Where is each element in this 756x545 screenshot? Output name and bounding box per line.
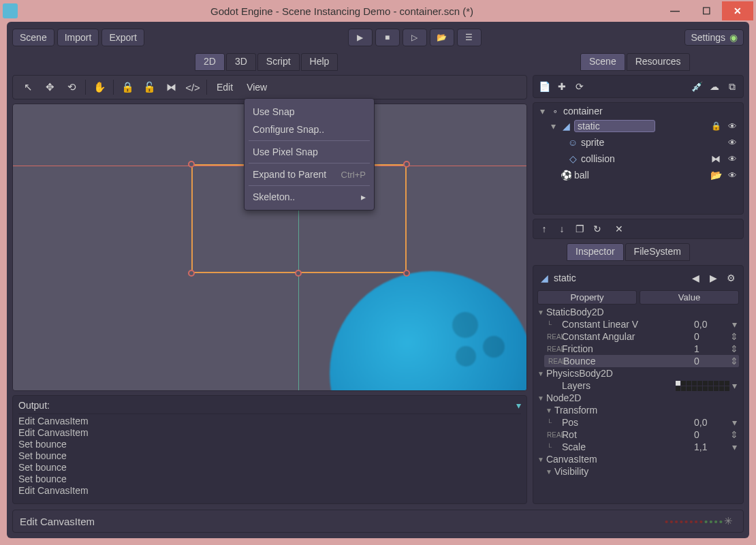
list-button[interactable]: ☰: [457, 29, 482, 46]
visibility-icon[interactable]: [725, 119, 739, 133]
group-icon[interactable]: ☁: [708, 80, 721, 93]
handle-icon[interactable]: [188, 161, 195, 168]
link-tool[interactable]: ⧓: [161, 78, 180, 96]
edit-use-snap[interactable]: Use Snap: [249, 103, 370, 121]
tree-node-container[interactable]: ▾◦container: [536, 104, 740, 118]
menu-scene[interactable]: Scene: [12, 29, 54, 46]
tab-filesystem[interactable]: FileSystem: [625, 243, 690, 261]
tree-node-static[interactable]: ▾◢static: [536, 118, 740, 134]
value-column-header: Value: [640, 290, 739, 305]
instance-icon[interactable]: ⟳: [573, 80, 586, 93]
prop-constant-angular[interactable]: REALConstant Angular0⇕: [537, 330, 739, 343]
titlebar: Godot Engine - Scene Instancing Demo - c…: [0, 0, 756, 22]
tab-scene[interactable]: Scene: [580, 53, 625, 71]
menu-import[interactable]: Import: [57, 29, 99, 46]
tab-script[interactable]: Script: [257, 53, 300, 71]
pan-tool[interactable]: ✋: [90, 78, 109, 96]
group-transform[interactable]: ▼Transform: [537, 404, 739, 416]
edit-use-pixel-snap[interactable]: Use Pixel Snap: [249, 143, 370, 161]
group-visibility[interactable]: ▼Visibility: [537, 465, 739, 478]
handle-icon[interactable]: [295, 270, 302, 277]
prop-scale[interactable]: └Scale1,1▾: [537, 441, 739, 453]
new-scene-icon[interactable]: 📄: [537, 80, 551, 93]
connect-icon[interactable]: 💉: [690, 80, 704, 93]
handle-icon[interactable]: [188, 270, 195, 277]
open-scene-button[interactable]: 📂: [430, 29, 454, 46]
duplicate-icon[interactable]: ❐: [573, 222, 586, 236]
edit-dropdown: Use Snap Configure Snap.. Use Pixel Snap…: [244, 98, 375, 211]
app-frame: Scene Import Export ▶ ■ ▷ 📂 ☰ Settings ◉…: [7, 22, 749, 538]
history-back-icon[interactable]: ◀: [689, 271, 702, 285]
history-forward-icon[interactable]: ▶: [706, 271, 720, 285]
inspector-object-name: static: [554, 272, 576, 283]
tab-inspector[interactable]: Inspector: [567, 243, 624, 261]
tree-node-ball[interactable]: ⚽ball📂: [536, 167, 740, 183]
output-collapse-icon[interactable]: ▾: [516, 400, 521, 411]
minimize-button[interactable]: —: [659, 1, 691, 20]
toolbar-edit-menu[interactable]: Edit: [211, 80, 238, 95]
prop-constant-linear-v[interactable]: └Constant Linear V0,0▾: [537, 318, 739, 330]
delete-node-icon[interactable]: ✕: [612, 222, 626, 236]
ball-sprite[interactable]: [330, 271, 527, 391]
play-button[interactable]: ▶: [348, 29, 373, 46]
lock-icon[interactable]: [709, 119, 723, 133]
move-up-icon[interactable]: ↑: [537, 222, 551, 236]
tab-help[interactable]: Help: [301, 53, 338, 71]
tab-3d[interactable]: 3D: [226, 53, 256, 71]
play-scene-button[interactable]: ▷: [403, 29, 427, 46]
layers-grid[interactable]: [676, 381, 729, 391]
code-tool[interactable]: </>: [183, 78, 202, 96]
group-staticbody2d[interactable]: ▼StaticBody2D: [537, 306, 739, 318]
unlock-tool[interactable]: 🔓: [140, 78, 159, 96]
maximize-button[interactable]: ☐: [691, 1, 722, 20]
menu-export[interactable]: Export: [101, 29, 144, 46]
group-node2d[interactable]: ▼Node2D: [537, 392, 739, 404]
output-title: Output:: [18, 400, 50, 411]
edit-skeleton[interactable]: Skeleton..▸: [249, 188, 370, 206]
prop-friction[interactable]: REALFriction1⇕: [537, 343, 739, 355]
app-logo-icon: [3, 3, 18, 18]
group-canvasitem[interactable]: ▼CanvasItem: [537, 453, 739, 465]
reparent-icon[interactable]: ↻: [590, 222, 604, 236]
stop-button[interactable]: ■: [375, 29, 400, 46]
status-text: Edit CanvasItem: [20, 516, 95, 527]
output-panel: Output: ▾ Edit CanvasItem Edit CanvasIte…: [12, 395, 527, 504]
prop-rot[interactable]: REALRot0⇕: [537, 429, 739, 441]
output-line: Set bounce: [18, 450, 521, 462]
open-scene-icon[interactable]: 📂: [709, 168, 723, 182]
group-physicsbody2d[interactable]: ▼PhysicsBody2D: [537, 367, 739, 379]
prop-pos[interactable]: └Pos0,0▾: [537, 416, 739, 429]
tree-node-collision[interactable]: ◇collision⧓: [536, 151, 740, 167]
handle-icon[interactable]: [403, 161, 410, 168]
output-line: Edit CanvasItem: [18, 416, 521, 427]
edit-expand-to-parent[interactable]: Expand to ParentCtrl+P: [249, 166, 370, 183]
lock-tool[interactable]: 🔒: [118, 78, 137, 96]
staticbody-icon: ◢: [539, 272, 550, 283]
script-icon[interactable]: ⧉: [725, 80, 739, 93]
inspector-settings-icon[interactable]: ⚙: [724, 271, 738, 285]
inspector-panel: ◢ static ◀ ▶ ⚙ Property Value ▼StaticBod…: [533, 265, 744, 504]
visibility-icon[interactable]: [725, 136, 739, 149]
tab-resources[interactable]: Resources: [627, 53, 690, 71]
toolbar-view-menu[interactable]: View: [241, 80, 272, 95]
link-icon[interactable]: ⧓: [709, 152, 723, 166]
edit-configure-snap[interactable]: Configure Snap..: [249, 121, 370, 138]
move-tool[interactable]: ✥: [40, 78, 59, 96]
add-node-icon[interactable]: ✚: [555, 80, 569, 93]
move-down-icon[interactable]: ↓: [555, 222, 569, 236]
rotate-tool[interactable]: ⟲: [62, 78, 81, 96]
tree-node-sprite[interactable]: ☺sprite: [536, 134, 740, 151]
canvas-toolbar: ↖ ✥ ⟲ ✋ 🔒 🔓 ⧓ </> Edit View Use Snap Con…: [12, 75, 527, 99]
visibility-icon[interactable]: [725, 152, 739, 166]
settings-label: Settings: [691, 32, 725, 43]
select-tool[interactable]: ↖: [18, 78, 37, 96]
close-button[interactable]: ✕: [722, 1, 753, 20]
handle-icon[interactable]: [403, 270, 410, 277]
visibility-icon[interactable]: [725, 168, 739, 182]
tab-2d[interactable]: 2D: [195, 53, 225, 71]
prop-layers[interactable]: Layers▾: [537, 379, 739, 392]
prop-bounce[interactable]: REALBounce0⇕: [544, 355, 739, 367]
gear-icon: ◉: [729, 32, 738, 43]
settings-button[interactable]: Settings ◉: [684, 29, 744, 46]
output-lines: Edit CanvasItem Edit CanvasItem Set boun…: [18, 416, 521, 501]
